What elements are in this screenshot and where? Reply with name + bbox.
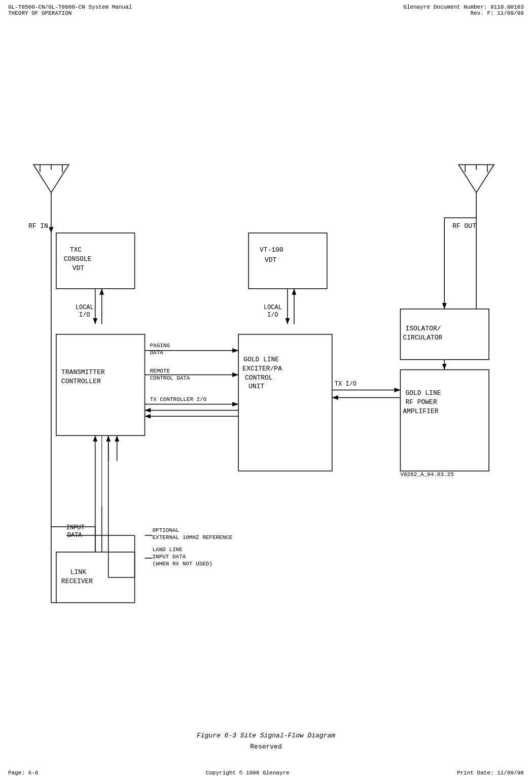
svg-text:AMPLIFIER: AMPLIFIER [403,408,438,415]
svg-rect-20 [249,233,327,289]
header-right: Glenayre Document Number: 9110.00163 Rev… [403,4,524,16]
svg-text:OPTIONAL: OPTIONAL [152,527,179,533]
svg-text:RF OUT: RF OUT [452,222,476,230]
svg-text:CONTROL: CONTROL [245,374,272,382]
svg-text:REMOTE: REMOTE [150,368,170,374]
footer-print-date: Print Date: 11/09/98 [457,770,524,776]
header-left: GL-T8500-CN/GL-T8600-CN System Manual TH… [8,4,132,16]
footer-copyright: Copyright © 1998 Glenayre [206,770,290,776]
svg-text:GOLD LINE: GOLD LINE [243,356,279,363]
reserved-text: Reserved [0,743,532,751]
svg-text:GOLD LINE: GOLD LINE [405,389,441,397]
page-footer: Page: 6-6 Copyright © 1998 Glenayre Prin… [0,766,532,780]
svg-text:V0262_A_94.03.25: V0262_A_94.03.25 [400,471,453,478]
svg-rect-53 [400,370,489,471]
svg-text:INPUT DATA: INPUT DATA [152,554,186,560]
svg-text:TRANSMITTER: TRANSMITTER [61,368,105,376]
svg-text:I/O: I/O [79,312,90,319]
svg-rect-35 [238,334,332,471]
doc-number: Glenayre Document Number: 9110.00163 [403,4,524,10]
doc-title-line2: THEORY OF OPERATION [8,10,132,16]
svg-text:RF IN: RF IN [28,222,48,230]
svg-text:ISOLATOR/: ISOLATOR/ [405,325,441,332]
figure-caption: Figure 6-3 Site Signal-Flow Diagram [0,732,532,739]
svg-text:(WHEN RX NOT USED): (WHEN RX NOT USED) [152,561,212,567]
svg-text:UNIT: UNIT [249,383,264,390]
doc-rev: Rev. F: 11/09/98 [403,10,524,16]
svg-text:RF POWER: RF POWER [405,398,437,406]
svg-text:EXCITER/PA: EXCITER/PA [242,365,282,372]
svg-text:VT-100: VT-100 [260,246,283,254]
diagram-area: RF IN RF OUT TXC CONSOLE VDT VT-100 VDT … [0,20,532,750]
svg-text:INPUT: INPUT [66,524,85,531]
footer-page: Page: 6-6 [8,770,38,776]
svg-text:CONTROL DATA: CONTROL DATA [150,375,190,381]
svg-text:VDT: VDT [265,256,277,264]
svg-text:LOCAL: LOCAL [76,304,94,311]
svg-text:EXTERNAL 10MHZ REFERENCE: EXTERNAL 10MHZ REFERENCE [152,534,232,540]
svg-text:LINK: LINK [70,568,86,576]
svg-text:CONSOLE: CONSOLE [64,255,92,263]
svg-text:TX I/O: TX I/O [335,381,357,388]
svg-text:CIRCULATOR: CIRCULATOR [403,334,442,342]
svg-text:LAND LINE: LAND LINE [152,547,183,553]
svg-text:TXC: TXC [70,246,82,254]
figure-caption-text: Figure 6-3 Site Signal-Flow Diagram [197,732,335,739]
site-signal-flow-diagram: RF IN RF OUT TXC CONSOLE VDT VT-100 VDT … [0,20,532,750]
svg-text:CONTROLLER: CONTROLLER [61,378,101,385]
svg-text:VDT: VDT [73,264,85,272]
reserved-label: Reserved [250,743,281,751]
svg-text:TX CONTROLLER I/O: TX CONTROLLER I/O [150,396,206,402]
svg-text:I/O: I/O [267,312,278,319]
page-header: GL-T8500-CN/GL-T8600-CN System Manual TH… [0,0,532,20]
svg-text:PAGING: PAGING [150,343,170,349]
svg-text:RECEIVER: RECEIVER [61,578,93,585]
doc-title-line1: GL-T8500-CN/GL-T8600-CN System Manual [8,4,132,10]
svg-text:LOCAL: LOCAL [264,304,282,311]
